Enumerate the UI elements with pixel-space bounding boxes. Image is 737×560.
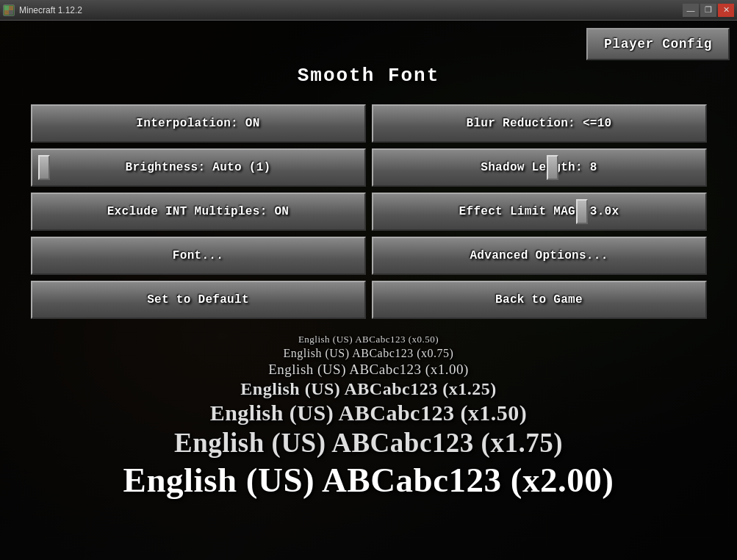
main-panel: Player Config Smooth Font Interpolation:…: [0, 21, 737, 560]
back-to-game-button[interactable]: Back to Game: [372, 281, 707, 319]
app-icon: [3, 4, 15, 16]
font-preview-1.25: English (US) ABCabc123 (x1.25): [240, 379, 496, 399]
player-config-button[interactable]: Player Config: [586, 28, 730, 60]
exclude-int-button[interactable]: Exclude INT Multiples: ON: [31, 193, 366, 231]
window-title: Minecraft 1.12.2: [19, 5, 82, 15]
shadow-slider-handle[interactable]: [547, 155, 558, 180]
font-preview-section: English (US) ABCabc123 (x0.50) English (…: [0, 334, 737, 500]
interpolation-button[interactable]: Interpolation: ON: [31, 104, 366, 143]
effect-limit-button[interactable]: Effect Limit MAG: 3.0x: [372, 193, 707, 231]
svg-rect-0: [4, 6, 9, 10]
brightness-button[interactable]: Brightness: Auto (1): [31, 148, 366, 187]
shadow-length-button[interactable]: Shadow Length: 8: [372, 148, 707, 187]
font-button[interactable]: Font...: [31, 237, 366, 275]
advanced-options-button[interactable]: Advanced Options...: [372, 237, 707, 275]
options-grid: Interpolation: ON Blur Reduction: <=10 B…: [16, 104, 722, 319]
font-preview-1.50: English (US) ABCabc123 (x1.50): [210, 401, 528, 426]
blur-reduction-button[interactable]: Blur Reduction: <=10: [372, 104, 707, 143]
title-bar: Minecraft 1.12.2 — ❐ ✕: [0, 0, 737, 21]
font-preview-1.75: English (US) ABCabc123 (x1.75): [174, 427, 563, 459]
set-default-button[interactable]: Set to Default: [31, 281, 366, 319]
font-preview-2.00: English (US) ABCabc123 (x2.00): [123, 460, 614, 500]
effect-slider-handle[interactable]: [576, 199, 588, 224]
restore-button[interactable]: ❐: [700, 4, 716, 17]
window-controls[interactable]: — ❐ ✕: [683, 4, 734, 17]
close-button[interactable]: ✕: [718, 4, 734, 17]
font-preview-0.75: English (US) ABCabc123 (x0.75): [284, 347, 454, 360]
svg-rect-2: [4, 10, 9, 15]
font-preview-1.00: English (US) ABCabc123 (x1.00): [268, 362, 469, 378]
title-bar-left: Minecraft 1.12.2: [3, 4, 82, 16]
panel-title: Smooth Font: [298, 65, 440, 87]
svg-rect-3: [9, 10, 13, 15]
font-preview-0.50: English (US) ABCabc123 (x0.50): [298, 334, 439, 345]
brightness-slider-handle[interactable]: [38, 155, 50, 180]
minimize-button[interactable]: —: [683, 4, 699, 17]
svg-rect-1: [9, 6, 13, 10]
